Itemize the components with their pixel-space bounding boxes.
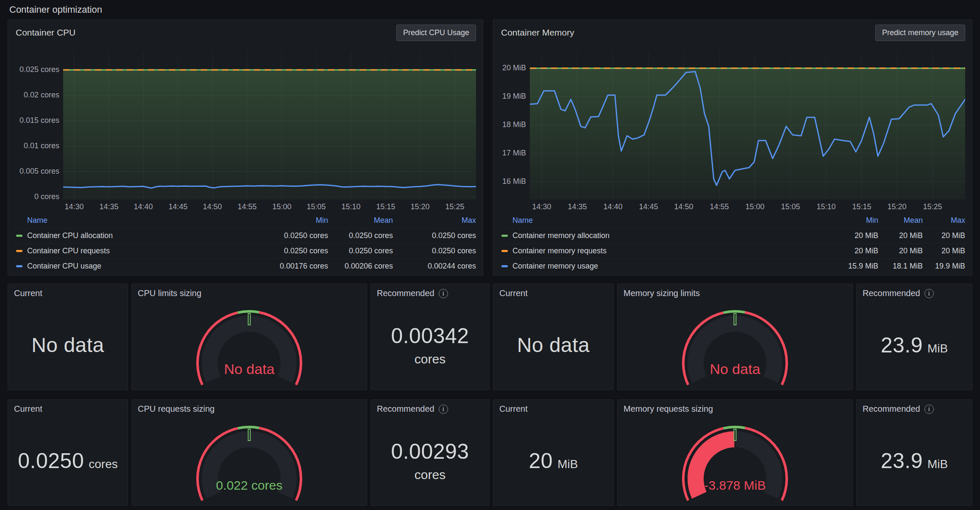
stat-panel-current-memory-request: Current 20 MiB <box>493 399 614 506</box>
x-tick-label: 15:25 <box>916 202 949 211</box>
stat-value: No data <box>517 334 590 357</box>
series-max: 20 MiB <box>923 247 965 255</box>
legend-header-mean[interactable]: Mean <box>328 216 393 225</box>
stat-title: Current <box>14 288 42 298</box>
series-max: 19.9 MiB <box>923 262 965 271</box>
legend-series-memory-requests[interactable]: Container memory requests <box>498 247 819 255</box>
chart-svg <box>63 52 476 200</box>
legend-row: Container CPU usage 0.00176 cores 0.0020… <box>13 259 476 274</box>
series-name: Container memory requests <box>512 247 607 255</box>
legend-header-max[interactable]: Max <box>393 216 476 225</box>
series-max: 20 MiB <box>923 231 965 240</box>
legend-header-mean[interactable]: Mean <box>878 216 923 225</box>
series-mean: 20 MiB <box>878 231 923 240</box>
x-tick-label: 15:15 <box>369 202 403 211</box>
cpu-limits-gauge: No data <box>132 284 367 390</box>
stat-panel-current-cpu-limit: Current No data <box>8 284 128 390</box>
gauge-panel-cpu-limits-sizing: No data CPU limits sizing <box>131 284 367 390</box>
info-icon[interactable]: i <box>924 405 934 414</box>
memory-x-axis: 14:3014:3514:4014:4514:5014:5515:0015:05… <box>530 200 965 212</box>
cpu-plot-area[interactable] <box>63 52 476 200</box>
gauge-panel-memory-requests-sizing: -3.878 MiB Memory requests sizing <box>617 399 853 506</box>
stat-value: 20 <box>529 449 553 473</box>
x-tick-label: 14:40 <box>126 202 160 211</box>
memory-plot-area[interactable] <box>530 52 965 200</box>
legend-series-cpu-usage[interactable]: Container CPU usage <box>13 262 256 271</box>
legend-series-memory-usage[interactable]: Container memory usage <box>498 262 819 271</box>
legend-series-cpu-allocation[interactable]: Container CPU allocation <box>13 231 256 240</box>
info-icon[interactable]: i <box>924 289 934 298</box>
legend-series-cpu-requests[interactable]: Container CPU requests <box>13 247 256 255</box>
panel-title: Container Memory <box>501 28 574 38</box>
stat-value: 0.0250 <box>18 449 84 473</box>
legend-header-row: Name Min Mean Max <box>498 213 965 228</box>
y-tick-label: 0.01 cores <box>24 141 59 150</box>
svg-text:0.022 cores: 0.022 cores <box>216 478 283 492</box>
page-title: Container optimization <box>8 3 972 19</box>
series-mean: 0.0250 cores <box>328 231 393 240</box>
stat-value: 0.00293 <box>391 440 469 463</box>
memory-limits-gauge: No data <box>618 284 852 390</box>
y-tick-label: 20 MiB <box>502 64 526 72</box>
stat-panel-recommended-memory-limit: Recommended i 23.9 MiB <box>856 284 972 390</box>
chart-svg <box>530 52 965 200</box>
series-max: 0.0250 cores <box>393 231 476 240</box>
stat-unit: cores <box>415 468 445 482</box>
container-cpu-panel: Container CPU Predict CPU Usage 0 cores0… <box>8 19 483 276</box>
stats-grid: Current No data No data CPU limits sizin… <box>8 284 972 506</box>
y-tick-label: 0 cores <box>34 192 59 201</box>
y-tick-label: 0.02 cores <box>24 91 59 100</box>
x-tick-label: 15:20 <box>403 202 437 211</box>
stat-unit: cores <box>415 352 445 366</box>
stat-unit: MiB <box>927 457 948 471</box>
panel-header: Container Memory Predict memory usage <box>498 23 965 42</box>
legend-row: Container memory requests 20 MiB 20 MiB … <box>498 244 965 259</box>
legend-header-min[interactable]: Min <box>256 216 328 225</box>
predict-memory-usage-button[interactable]: Predict memory usage <box>875 25 965 41</box>
gauge-panel-cpu-requests-sizing: 0.022 cores CPU requests sizing <box>131 399 367 506</box>
stat-panel-current-cpu-request: Current 0.0250 cores <box>8 399 128 506</box>
container-memory-panel: Container Memory Predict memory usage 16… <box>493 19 972 276</box>
series-color-chip <box>501 235 508 237</box>
series-min: 20 MiB <box>819 231 878 240</box>
panel-title: Container CPU <box>16 28 75 38</box>
legend-header-name[interactable]: Name <box>498 216 819 225</box>
cpu-chart: 0 cores0.005 cores0.01 cores0.015 cores0… <box>13 52 476 212</box>
predict-cpu-usage-button[interactable]: Predict CPU Usage <box>396 25 476 41</box>
cpu-x-axis: 14:3014:3514:4014:4514:5014:5515:0015:05… <box>63 200 476 212</box>
x-tick-label: 15:25 <box>438 202 472 211</box>
cpu-requests-gauge: 0.022 cores <box>132 400 367 505</box>
legend-row: Container memory allocation 20 MiB 20 Mi… <box>498 228 965 244</box>
x-tick-label: 14:45 <box>632 202 665 211</box>
stat-value: 23.9 <box>881 449 923 473</box>
series-color-chip <box>16 235 22 237</box>
cpu-legend: Name Min Mean Max Container CPU allocati… <box>13 213 476 274</box>
info-icon[interactable]: i <box>439 405 448 414</box>
series-name: Container CPU requests <box>27 247 110 255</box>
cpu-y-axis: 0 cores0.005 cores0.01 cores0.015 cores0… <box>13 52 63 200</box>
legend-header-min[interactable]: Min <box>819 216 878 225</box>
series-min: 0.00176 cores <box>256 262 328 271</box>
series-color-chip <box>16 250 22 252</box>
y-tick-label: 0.025 cores <box>19 65 59 74</box>
info-icon[interactable]: i <box>439 289 448 298</box>
memory-y-axis: 16 MiB17 MiB18 MiB19 MiB20 MiB <box>498 52 530 200</box>
legend-header-name[interactable]: Name <box>13 216 256 225</box>
svg-text:No data: No data <box>224 361 274 377</box>
stat-panel-recommended-cpu-limit: Recommended i 0.00342 cores <box>370 284 490 390</box>
y-tick-label: 17 MiB <box>502 149 526 158</box>
x-tick-label: 15:05 <box>774 202 807 211</box>
series-min: 0.0250 cores <box>256 247 328 255</box>
charts-row: Container CPU Predict CPU Usage 0 cores0… <box>8 19 972 276</box>
x-tick-label: 14:55 <box>230 202 264 211</box>
gauge-panel-memory-sizing-limits: No data Memory sizing limits <box>617 284 853 390</box>
stat-value: No data <box>31 334 104 357</box>
x-tick-label: 14:30 <box>525 202 559 211</box>
legend-series-memory-allocation[interactable]: Container memory allocation <box>498 231 819 240</box>
stat-title: Current <box>499 404 528 414</box>
series-color-chip <box>16 265 22 267</box>
stat-panel-recommended-memory-request: Recommended i 23.9 MiB <box>856 399 972 506</box>
stat-unit: MiB <box>927 342 948 355</box>
legend-header-max[interactable]: Max <box>923 216 965 225</box>
series-mean: 18.1 MiB <box>878 262 923 271</box>
